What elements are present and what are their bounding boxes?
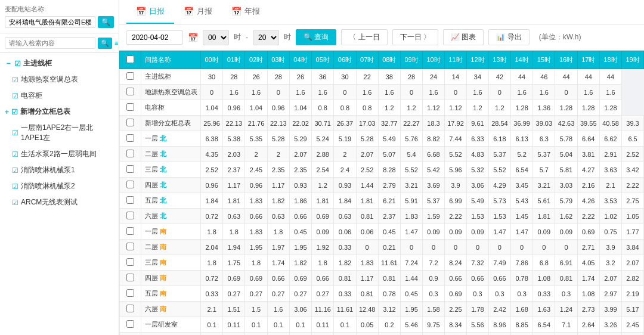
- row-checkbox-3[interactable]: [120, 116, 141, 131]
- export-button[interactable]: 📊 导出: [488, 29, 529, 45]
- station-search-button[interactable]: 🔍: [98, 16, 114, 28]
- cell-r15-c2: 1.5: [245, 302, 267, 317]
- cell-r15-c5: 11.16: [312, 302, 334, 317]
- cell-r11-c11: 0: [444, 240, 466, 255]
- row-checkbox-13[interactable]: [120, 271, 141, 286]
- cell-r3-c19: 39.3: [622, 116, 644, 131]
- cell-r15-c9: 1.95: [400, 302, 422, 317]
- row-checkbox-1[interactable]: [120, 85, 141, 100]
- sidebar-item-fire-pump1[interactable]: ☑ 消防喷淋机械泵1: [0, 162, 119, 178]
- cell-r9-c19: 1.05: [622, 209, 644, 224]
- sidebar-group-new-split-group[interactable]: +☑ 新增分立柜总表: [0, 104, 119, 120]
- row-select-checkbox[interactable]: [126, 212, 134, 219]
- cell-r4-c7: 5.28: [356, 131, 378, 147]
- row-select-checkbox[interactable]: [126, 289, 134, 297]
- row-checkbox-17[interactable]: [120, 333, 141, 336]
- row-checkbox-15[interactable]: [120, 302, 141, 317]
- cell-r4-c16: 5.78: [555, 131, 577, 147]
- sidebar-group-main-cabinet[interactable]: －☑ 主进线柜: [0, 55, 119, 72]
- cell-r13-c8: 0.81: [378, 271, 400, 286]
- header-col-2: 00时: [201, 51, 223, 69]
- row-checkbox-9[interactable]: [120, 209, 141, 224]
- station-input[interactable]: [5, 16, 95, 28]
- row-checkbox-16[interactable]: [120, 317, 141, 333]
- cell-r7-c15: 3.21: [533, 178, 555, 193]
- cell-r14-c10: 0.3: [423, 286, 445, 302]
- chart-button[interactable]: 📈 图表: [443, 29, 484, 45]
- cell-r13-c10: 0.9: [423, 271, 445, 286]
- cell-r11-c15: 0: [533, 240, 555, 255]
- row-select-checkbox[interactable]: [126, 119, 134, 126]
- cell-r10-c9: 1.47: [400, 224, 422, 240]
- toolbar: 📅 00010203040506070809101112131415161718…: [119, 24, 644, 51]
- cell-r4-c17: 6.64: [577, 131, 599, 147]
- table-row: 四层 南0.720.690.690.660.690.660.811.170.81…: [120, 271, 644, 286]
- tab-yearly[interactable]: 📅年报: [222, 0, 270, 24]
- cell-r17-c19: 2.45: [622, 333, 644, 336]
- row-select-checkbox[interactable]: [126, 150, 134, 157]
- table-row: 一层 北6.385.385.355.285.295.245.195.285.49…: [120, 131, 644, 147]
- row-select-checkbox[interactable]: [126, 258, 134, 266]
- sidebar-item-capacitor[interactable]: ☑ 电容柜: [0, 88, 119, 104]
- row-select-checkbox[interactable]: [126, 274, 134, 281]
- cell-r10-c15: 0.09: [533, 224, 555, 240]
- cell-r15-c14: 1.68: [511, 302, 533, 317]
- date-input[interactable]: [126, 30, 183, 45]
- row-checkbox-2[interactable]: [120, 100, 141, 116]
- cell-r16-c4: 0.1: [289, 317, 311, 333]
- sidebar-item-geo-ac-total[interactable]: ☑ 地源热泵空调总表: [0, 72, 119, 88]
- row-select-checkbox[interactable]: [126, 305, 134, 312]
- cell-r7-c13: 4.29: [488, 178, 510, 193]
- cell-r17-c0: 0.1: [201, 333, 223, 336]
- row-select-checkbox[interactable]: [126, 134, 134, 142]
- cell-r16-c2: 0.1: [245, 317, 267, 333]
- minute-select[interactable]: 000510152025303540455055: [253, 30, 279, 45]
- cell-r8-c10: 5.37: [423, 193, 445, 209]
- sidebar-search-input[interactable]: [5, 37, 95, 49]
- row-checkbox-14[interactable]: [120, 286, 141, 302]
- row-select-checkbox[interactable]: [126, 320, 134, 328]
- row-select-checkbox[interactable]: [126, 243, 134, 250]
- row-select-checkbox[interactable]: [126, 103, 134, 111]
- tab-daily[interactable]: 📅日报: [126, 0, 174, 24]
- sidebar-search-button[interactable]: 🔍: [98, 38, 112, 49]
- row-select-checkbox[interactable]: [126, 88, 134, 95]
- query-button[interactable]: 🔍 查询: [296, 29, 336, 45]
- row-select-checkbox[interactable]: [126, 72, 134, 80]
- cell-r8-c8: 6.21: [378, 193, 400, 209]
- header-col-7: 05时: [312, 51, 334, 69]
- cell-r7-c0: 0.96: [201, 178, 223, 193]
- select-all-checkbox[interactable]: [126, 55, 134, 63]
- row-checkbox-10[interactable]: [120, 224, 141, 240]
- sidebar-item-floor1-1ape2[interactable]: ☑ 一层南1APE2右一层北1APE1左: [0, 120, 119, 146]
- prev-day-button[interactable]: 〈 上一日: [341, 29, 387, 45]
- row-select-checkbox[interactable]: [126, 227, 134, 235]
- hour-select[interactable]: 0001020304050607080910111213141516171819…: [203, 30, 229, 45]
- row-select-checkbox[interactable]: [126, 165, 134, 173]
- row-checkbox-4[interactable]: [120, 131, 141, 147]
- row-checkbox-6[interactable]: [120, 162, 141, 178]
- row-select-checkbox[interactable]: [126, 181, 134, 188]
- tab-monthly[interactable]: 📅月报: [174, 0, 222, 24]
- row-select-checkbox[interactable]: [126, 196, 134, 204]
- row-checkbox-7[interactable]: [120, 178, 141, 193]
- cell-r14-c17: 1.08: [577, 286, 599, 302]
- cell-r14-c12: 0.3: [467, 286, 489, 302]
- tab-bar: 📅日报📅月报📅年报: [119, 0, 644, 24]
- row-checkbox-5[interactable]: [120, 147, 141, 162]
- sidebar-item-arcm-test[interactable]: ☑ ARCM无线表测试: [0, 194, 119, 210]
- cell-r9-c3: 0.63: [267, 209, 289, 224]
- row-checkbox-0[interactable]: [120, 69, 141, 85]
- sidebar-item-water-pump[interactable]: ☑ 生活水泵2路一层弱电间: [0, 146, 119, 162]
- cell-r11-c12: 0: [467, 240, 489, 255]
- cell-r2-c3: 0.96: [267, 100, 289, 116]
- cell-r17-c16: 7.1: [555, 333, 577, 336]
- header-checkbox[interactable]: [120, 51, 141, 69]
- cell-r0-c13: 42: [488, 69, 510, 85]
- calendar-icon[interactable]: 📅: [188, 33, 198, 42]
- row-checkbox-11[interactable]: [120, 240, 141, 255]
- row-checkbox-8[interactable]: [120, 193, 141, 209]
- row-checkbox-12[interactable]: [120, 255, 141, 271]
- sidebar-item-fire-pump2[interactable]: ☑ 消防喷淋机械泵2: [0, 178, 119, 194]
- next-day-button[interactable]: 下一日 〉: [392, 29, 438, 45]
